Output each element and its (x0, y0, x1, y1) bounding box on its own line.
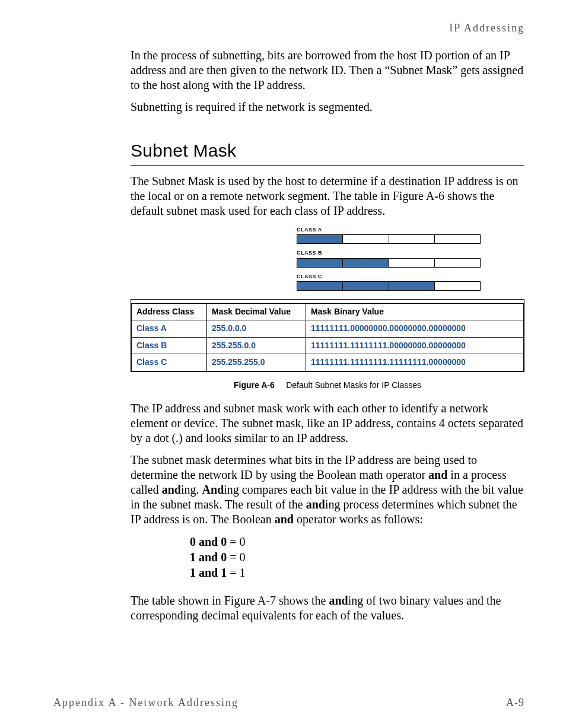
bold-and: and (162, 483, 181, 496)
th-mask-binary: Mask Binary Value (306, 303, 524, 320)
bool-line-1: 0 and 0 = 0 (190, 534, 524, 549)
figure-label: Figure A-6 (234, 380, 275, 390)
bool-eq: = 1 (227, 566, 245, 579)
body-paragraph-2: The IP address and subnet mask work with… (131, 401, 524, 446)
page-footer: Appendix A - Network Addressing A-9 (53, 696, 524, 710)
mask-table: Address Class Mask Decimal Value Mask Bi… (131, 303, 524, 371)
p3-text: operator works as follows: (294, 513, 423, 526)
bool-line-2: 1 and 0 = 0 (190, 549, 524, 565)
bold-and: and (275, 513, 294, 526)
bold-and: and (329, 594, 348, 607)
figure-block: CLASS A CLASS B CLASS C (131, 227, 524, 390)
footer-page-number: A-9 (506, 696, 524, 710)
diagram-label-c: CLASS C (297, 274, 524, 280)
cell-binary: 11111111.11111111.11111111.00000000 (306, 354, 524, 371)
octet-fill (297, 282, 343, 290)
p3-text: The subnet mask determines what bits in … (131, 453, 477, 481)
diagram-octets-c (297, 281, 481, 291)
footer-appendix-title: Appendix A - Network Addressing (53, 696, 239, 710)
octet-fill (297, 259, 343, 267)
section-heading-subnet-mask: Subnet Mask (131, 139, 524, 166)
octet-fill (297, 235, 343, 243)
diagram-octets-b (297, 258, 481, 268)
diagram-class-b: CLASS B (297, 250, 524, 267)
boolean-truth-table: 0 and 0 = 0 1 and 0 = 0 1 and 1 = 1 (190, 534, 524, 580)
cell-binary: 11111111.11111111.00000000.00000000 (306, 337, 524, 354)
p3-text: ing. (181, 483, 202, 496)
cell-class: Class A (132, 320, 207, 338)
octet-fill (343, 259, 389, 267)
bool-line-3: 1 and 1 = 1 (190, 565, 524, 580)
bold-and: and (306, 498, 325, 511)
bold-and-cap: And (202, 483, 224, 496)
bool-expr: 1 and 1 (190, 566, 227, 579)
bool-eq: = 0 (227, 551, 245, 564)
octet-empty (435, 282, 480, 290)
cell-binary: 11111111.00000000.00000000.00000000 (306, 320, 524, 338)
octet-empty (389, 259, 435, 267)
cell-decimal: 255.255.255.0 (207, 354, 306, 371)
cell-class: Class C (132, 354, 207, 371)
octet-fill (389, 282, 435, 290)
octet-empty (435, 259, 480, 267)
intro-paragraph-1: In the process of subnetting, bits are b… (131, 48, 524, 93)
intro-paragraph-2: Subnetting is required if the network is… (131, 100, 524, 115)
octet-fill (343, 282, 389, 290)
octet-empty (389, 235, 435, 243)
body-paragraph-4: The table shown in Figure A-7 shows the … (131, 593, 524, 623)
page-content: In the process of subnetting, bits are b… (131, 48, 524, 624)
table-row: Class A 255.0.0.0 11111111.00000000.0000… (132, 320, 524, 338)
bool-expr: 0 and 0 (190, 535, 227, 548)
diagram-class-a: CLASS A (297, 227, 524, 244)
table-row: Class B 255.255.0.0 11111111.11111111.00… (132, 337, 524, 354)
body-paragraph-3: The subnet mask determines what bits in … (131, 453, 524, 527)
cell-class: Class B (132, 337, 207, 354)
mask-table-wrap: Address Class Mask Decimal Value Mask Bi… (131, 299, 524, 372)
diagram-class-c: CLASS C (297, 274, 524, 291)
bold-and: and (428, 468, 447, 481)
body-paragraph-1: The Subnet Mask is used by the host to d… (131, 174, 524, 218)
figure-caption-text: Default Subnet Masks for IP Classes (286, 380, 421, 390)
running-head: IP Addressing (53, 21, 524, 35)
octet-empty (343, 235, 389, 243)
cell-decimal: 255.0.0.0 (207, 320, 306, 338)
cell-decimal: 255.255.0.0 (207, 337, 306, 354)
figure-caption: Figure A-6 Default Subnet Masks for IP C… (131, 380, 524, 391)
diagram-label-b: CLASS B (297, 250, 524, 256)
th-address-class: Address Class (132, 303, 207, 320)
octet-empty (435, 235, 480, 243)
diagram-octets-a (297, 234, 481, 244)
th-mask-decimal: Mask Decimal Value (207, 303, 306, 320)
table-header-row: Address Class Mask Decimal Value Mask Bi… (132, 303, 524, 320)
diagram-label-a: CLASS A (297, 227, 524, 233)
bool-eq: = 0 (227, 535, 245, 548)
bool-expr: 1 and 0 (190, 551, 227, 564)
figure-caption-sep (277, 380, 284, 390)
class-octet-diagram: CLASS A CLASS B CLASS C (297, 227, 524, 291)
table-row: Class C 255.255.255.0 11111111.11111111.… (132, 354, 524, 371)
p4-text: The table shown in Figure A-7 shows the (131, 594, 329, 607)
